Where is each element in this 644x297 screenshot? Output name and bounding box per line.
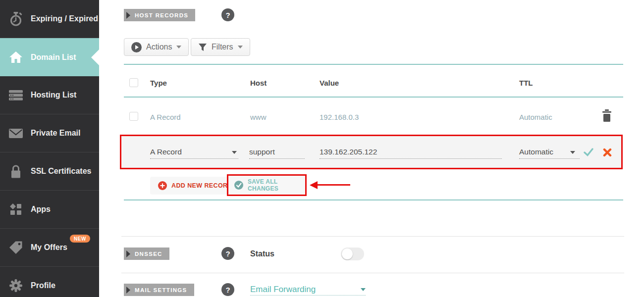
funnel-icon (198, 43, 207, 51)
host-input[interactable]: support (249, 146, 305, 159)
x-icon[interactable] (603, 148, 612, 159)
chevron-down-icon (361, 288, 366, 291)
question-icon[interactable]: ? (221, 247, 234, 260)
edit-row-highlight-box: A Record support 139.162.205.122 Automat… (120, 135, 623, 169)
actions-label: Actions (146, 43, 172, 51)
chevron-down-icon (238, 46, 243, 49)
sidebar-item-profile[interactable]: Profile (0, 267, 99, 297)
main-content: HOST RECORDS ? Actions Filters Type Host… (99, 0, 644, 297)
column-header-type: Type (150, 79, 167, 87)
dnssec-status-label: Status (250, 249, 274, 258)
column-header-host: Host (250, 79, 267, 87)
section-divider-teal (124, 64, 623, 65)
sidebar-item-label: Hosting List (31, 91, 76, 99)
host-input-value: support (249, 148, 275, 156)
column-header-value: Value (320, 79, 339, 87)
sidebar-item-ssl-certificates[interactable]: SSL Certificates (0, 152, 99, 191)
sidebar-item-label: SSL Certificates (31, 167, 91, 176)
host-records-section-label: HOST RECORDS (124, 9, 195, 21)
record-type-selected-value: A Record (150, 148, 182, 156)
mail-settings-select[interactable]: Email Forwarding (250, 284, 366, 296)
section-divider (121, 273, 624, 273)
check-circle-icon (234, 181, 243, 190)
add-new-record-label: ADD NEW RECORD (171, 182, 232, 189)
sidebar-item-domain-list[interactable]: Domain List (0, 38, 99, 76)
chevron-down-icon (176, 46, 181, 49)
sidebar-item-private-email[interactable]: Private Email (0, 114, 99, 152)
filters-label: Filters (212, 43, 233, 51)
value-input-value: 139.162.205.122 (320, 148, 377, 156)
server-icon (8, 90, 24, 100)
section-divider (121, 236, 624, 237)
chevron-down-icon (232, 151, 237, 154)
dnssec-status-toggle[interactable] (341, 248, 364, 260)
envelope-icon (8, 129, 24, 138)
sidebar-item-label: Domain List (31, 53, 76, 62)
mail-settings-selected-value: Email Forwarding (250, 285, 316, 295)
value-input[interactable]: 139.162.205.122 (320, 146, 502, 159)
sidebar-item-label: Apps (31, 205, 51, 214)
record-host-cell[interactable]: www (250, 113, 267, 121)
mail-settings-section-label: MAIL SETTINGS (124, 284, 194, 296)
sidebar: Expiring / Expired Domain List Hosting L… (0, 0, 99, 297)
apps-grid-icon (8, 203, 24, 215)
play-icon (131, 42, 142, 52)
ttl-selected-value: Automatic (519, 148, 553, 156)
column-header-ttl: TTL (519, 79, 533, 87)
sidebar-item-apps[interactable]: Apps (0, 191, 99, 229)
question-icon[interactable]: ? (221, 283, 234, 296)
filters-dropdown-button[interactable]: Filters (191, 38, 250, 56)
record-value-cell[interactable]: 192.168.0.3 (320, 113, 359, 121)
sidebar-item-my-offers[interactable]: My Offers NEW (0, 229, 99, 267)
section-divider-teal (124, 97, 623, 98)
trash-icon[interactable] (601, 109, 612, 124)
stopwatch-icon (8, 12, 24, 26)
tag-icon (8, 241, 24, 254)
question-icon[interactable]: ? (221, 8, 234, 21)
ttl-select[interactable]: Automatic (519, 146, 580, 159)
sidebar-item-label: Expiring / Expired (31, 14, 98, 23)
actions-dropdown-button[interactable]: Actions (124, 38, 189, 56)
sidebar-item-label: My Offers (31, 243, 67, 252)
sidebar-item-label: Private Email (31, 129, 81, 138)
record-type-select[interactable]: A Record (150, 146, 238, 159)
dnssec-section-label: DNSSEC (124, 248, 169, 260)
save-all-changes-button[interactable]: SAVE ALL CHANGES (228, 176, 305, 195)
lock-icon (8, 165, 24, 178)
annotation-arrow-icon (310, 181, 318, 189)
select-all-checkbox[interactable] (129, 78, 138, 87)
sidebar-item-hosting-list[interactable]: Hosting List (0, 76, 99, 114)
home-icon (8, 51, 24, 63)
annotation-arrow-line (317, 184, 350, 186)
chevron-down-icon (570, 151, 575, 154)
record-ttl-cell[interactable]: Automatic (519, 113, 552, 121)
check-icon[interactable] (584, 148, 593, 158)
save-button-highlight-box: SAVE ALL CHANGES (227, 174, 307, 196)
save-all-changes-label: SAVE ALL CHANGES (248, 178, 299, 192)
gear-icon (8, 279, 24, 292)
record-type-cell[interactable]: A Record (150, 113, 181, 121)
plus-circle-icon (158, 181, 167, 190)
new-badge: NEW (70, 235, 90, 243)
sidebar-item-expiring-expired[interactable]: Expiring / Expired (0, 0, 99, 38)
row-checkbox[interactable] (129, 112, 138, 121)
sidebar-item-label: Profile (31, 281, 55, 290)
section-divider-teal (124, 199, 623, 200)
